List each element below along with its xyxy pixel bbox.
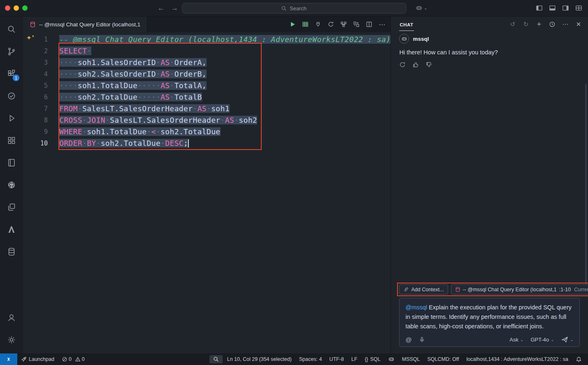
activity-github[interactable] (0, 174, 23, 196)
chat-scrollbar[interactable] (585, 84, 587, 288)
activity-accounts[interactable] (0, 307, 23, 329)
extensions-badge: 1 (13, 75, 19, 81)
indentation-item[interactable]: Spaces: 4 (295, 353, 326, 365)
activity-run-debug[interactable] (0, 107, 23, 129)
app-grid-icon (7, 136, 16, 145)
send-icon[interactable] (561, 336, 568, 343)
code-line[interactable]: 1-- @mssql Chat Query Editor (localhost,… (23, 34, 390, 45)
connect-plug-icon[interactable] (315, 21, 321, 28)
braces-icon: {} (365, 356, 368, 362)
code-line[interactable]: 6····soh2.TotalDue·····AS·TotalB (23, 91, 390, 103)
account-icon (7, 313, 16, 323)
schema-compare-icon[interactable] (353, 21, 360, 28)
split-editor-icon[interactable] (366, 21, 372, 28)
copilot-sparkle-icon[interactable]: ✦✦ (26, 35, 35, 41)
language-label: SQL (370, 356, 381, 362)
editor-group: -- @mssql Chat Query Editor (localhost,1 (23, 16, 391, 353)
language-item[interactable]: {} SQL (361, 353, 384, 365)
problems-item[interactable]: 0 0 (58, 353, 88, 365)
code-line[interactable]: 5····soh1.TotalDue·····AS·TotalA, (23, 80, 390, 91)
mention-icon[interactable]: @ (405, 336, 411, 343)
code-line[interactable]: 2SELECT· (23, 45, 390, 57)
activity-notebook[interactable] (0, 152, 23, 174)
encoding-item[interactable]: UTF-8 (325, 353, 347, 365)
activity-settings[interactable] (0, 329, 23, 351)
activity-extensions[interactable]: 1 (0, 63, 23, 85)
activity-azure[interactable] (0, 218, 23, 241)
activity-search[interactable] (0, 18, 23, 40)
remote-indicator[interactable] (0, 353, 17, 365)
maximize-window-button[interactable] (22, 5, 28, 11)
redo-icon[interactable]: ↻ (522, 21, 530, 28)
history-icon[interactable] (548, 21, 556, 28)
code-line[interactable]: 10ORDER·BY·soh2.TotalDue·DESC; (23, 138, 390, 149)
close-icon[interactable]: ✕ (575, 21, 582, 28)
results-grid-icon[interactable] (302, 21, 309, 28)
activity-tasks[interactable] (0, 85, 23, 107)
back-icon[interactable]: ← (158, 4, 165, 12)
eol-item[interactable]: LF (348, 353, 361, 365)
titlebar: ← → Search ⌄ (0, 0, 588, 16)
tab-chat[interactable]: CHAT (399, 18, 414, 31)
mic-icon[interactable] (419, 337, 425, 343)
code-editor[interactable]: ✦✦ 1-- @mssql Chat Query Editor (localho… (23, 32, 390, 353)
thumbs-up-icon[interactable] (412, 61, 419, 68)
forward-icon[interactable]: → (171, 4, 178, 12)
warning-icon (75, 356, 81, 362)
line-number: 5 (23, 80, 48, 91)
mssql-item[interactable]: MSSQL (398, 353, 424, 365)
code-line[interactable]: 3····soh1.SalesOrderID·AS·OrderA, (23, 57, 390, 68)
message-sender: mssql (413, 36, 429, 42)
undo-icon[interactable]: ↺ (509, 21, 516, 28)
database-icon (7, 247, 16, 257)
toggle-panel-icon[interactable] (549, 5, 556, 12)
chevron-down-icon: ⌄ (520, 338, 523, 342)
change-connection-icon[interactable] (328, 21, 334, 28)
toggle-primary-sidebar-icon[interactable] (536, 5, 543, 12)
mode-dropdown[interactable]: Ask ⌄ (509, 337, 523, 343)
more-icon[interactable]: ⋯ (562, 21, 569, 28)
code-line[interactable]: 7FROM·SalesLT.SalesOrderHeader·AS·soh1 (23, 103, 390, 115)
editor-tab[interactable]: -- @mssql Chat Query Editor (localhost,1 (23, 16, 147, 32)
code-line[interactable]: 4····soh2.SalesOrderID·AS·OrderB, (23, 68, 390, 80)
cursor-position-item[interactable]: Ln 10, Col 29 (354 selected) (223, 353, 295, 365)
more-actions-icon[interactable]: ⋯ (379, 21, 386, 28)
copies-icon (7, 202, 16, 212)
activity-remote-explorer[interactable] (0, 196, 23, 218)
activity-database-projects[interactable] (0, 241, 23, 263)
chat-input-area: Add Context... -- @mssql Chat Query Edit… (391, 284, 588, 353)
launchpad-item[interactable]: Launchpad (17, 353, 58, 365)
code-line[interactable]: 8CROSS·JOIN·SalesLT.SalesOrderHeader·AS·… (23, 115, 390, 126)
chat-input-text[interactable]: @mssql Explain the execution plan for th… (405, 303, 574, 331)
hierarchy-icon[interactable] (340, 21, 347, 28)
toggle-secondary-sidebar-icon[interactable] (562, 5, 569, 12)
chat-panel: CHAT ↺ ↻ + ⋯ ✕ mssql (391, 16, 588, 353)
command-center-search[interactable]: Search (182, 3, 406, 14)
chat-header: CHAT ↺ ↻ + ⋯ ✕ (391, 16, 588, 32)
activity-app-grid[interactable] (0, 129, 23, 152)
run-query-icon[interactable] (289, 21, 296, 28)
activity-source-control[interactable] (0, 40, 23, 63)
thumbs-down-icon[interactable] (425, 61, 432, 68)
chat-input-box[interactable]: @mssql Explain the execution plan for th… (399, 298, 580, 347)
indentation: Spaces: 4 (299, 356, 322, 362)
line-number: 8 (23, 115, 48, 126)
customize-layout-icon[interactable] (575, 5, 582, 12)
minimize-window-button[interactable] (14, 5, 19, 11)
connection-item[interactable]: localhost,1434 : AdventureWorksLT2022 : … (462, 353, 572, 365)
chevron-down-icon: ⌄ (551, 338, 554, 342)
sqlcmd-item[interactable]: SQLCMD: Off (424, 353, 463, 365)
regenerate-icon[interactable] (399, 61, 406, 68)
code-line[interactable]: 9WHERE·soh1.TotalDue·<·soh2.TotalDue (23, 126, 390, 138)
copilot-menu-button[interactable]: ⌄ (416, 5, 427, 12)
notifications-item[interactable] (572, 353, 586, 365)
zoom-indicator[interactable] (209, 355, 223, 363)
add-context-chip[interactable]: Add Context... (399, 284, 448, 295)
chevron-down-icon: ⌄ (424, 6, 427, 10)
new-chat-icon[interactable]: + (535, 20, 543, 29)
editor-context-chip[interactable]: -- @mssql Chat Query Editor (localhost,1… (451, 284, 588, 295)
send-options-chevron-icon[interactable]: ⌄ (570, 338, 574, 342)
model-dropdown[interactable]: GPT-4o ⌄ (530, 337, 554, 343)
copilot-status-item[interactable] (384, 353, 398, 365)
close-window-button[interactable] (5, 5, 10, 11)
